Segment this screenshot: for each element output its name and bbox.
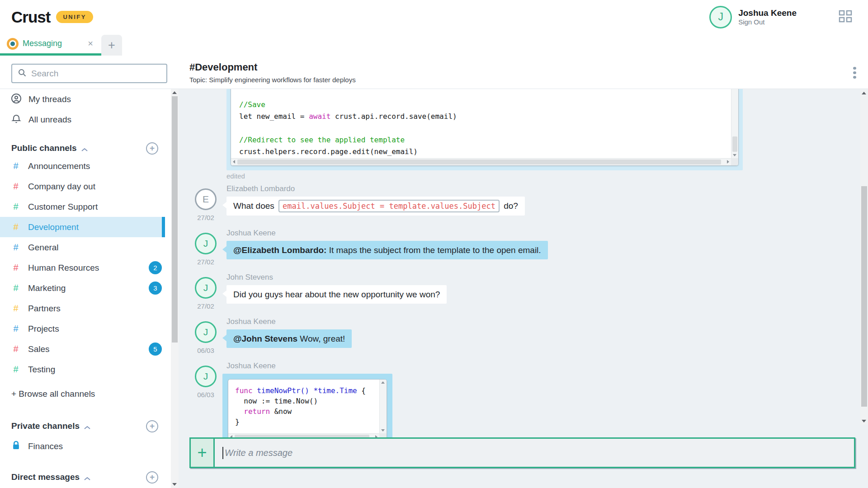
sidebar-channel-sales[interactable]: # Sales 5 <box>0 339 165 359</box>
scroll-right-arrow[interactable] <box>375 435 377 437</box>
code-block: func timeNowPtr() *time.Time { now := ti… <box>228 379 387 437</box>
user-avatar[interactable]: J <box>709 6 732 28</box>
message-text: Did you guys hear about the new opportun… <box>233 290 440 299</box>
scrollbar-thumb[interactable] <box>861 186 867 407</box>
tab-messaging[interactable]: Messaging × <box>0 34 101 56</box>
scroll-down-arrow[interactable] <box>733 154 736 156</box>
my-threads-label: My threads <box>28 94 71 104</box>
sender-name: Joshua Keene <box>226 317 352 326</box>
sidebar-channel-partners[interactable]: # Partners <box>0 298 165 319</box>
message-time: 27/02 <box>197 302 214 310</box>
scrollbar-thumb[interactable] <box>237 160 721 164</box>
message-text: It maps the subject from the template to… <box>326 245 541 255</box>
add-private-channel-button[interactable] <box>146 420 158 432</box>
code-token: { <box>357 386 366 395</box>
chat-header: #Development Topic: Simplify engineering… <box>179 56 868 89</box>
chevron-up-icon <box>84 422 91 432</box>
code-token: crust.api.record.save(email) <box>330 112 457 121</box>
apps-grid-icon[interactable] <box>838 9 853 25</box>
scroll-left-arrow[interactable] <box>230 435 232 437</box>
top-bar: Crust UNIFY J Joshua Keene Sign Out <box>0 0 868 34</box>
edited-label: edited <box>226 172 743 180</box>
scrollbar-thumb[interactable] <box>235 435 369 437</box>
avatar-column <box>189 89 222 180</box>
user-menu[interactable]: J Joshua Keene Sign Out <box>709 6 797 28</box>
all-unreads-label: All unreads <box>28 115 71 125</box>
code-token: timeNowPtr() *time.Time <box>257 386 357 395</box>
search-box[interactable] <box>11 64 167 83</box>
sidebar-channel-development[interactable]: # Development <box>0 217 165 237</box>
message-bubble: What does email.values.Subject = templat… <box>226 197 525 216</box>
code-token: func <box>235 386 253 395</box>
sidebar-scrollbar[interactable] <box>171 89 179 488</box>
hash-icon: # <box>11 202 20 212</box>
message: E 27/02 Elizabeth Lombardo What does ema… <box>189 184 868 221</box>
add-public-channel-button[interactable] <box>146 142 158 155</box>
sidebar-channel-general[interactable]: # General <box>0 237 165 258</box>
channel-label: Marketing <box>28 283 66 293</box>
hash-icon: # <box>11 242 20 253</box>
scroll-up-arrow[interactable] <box>172 91 177 94</box>
code-token <box>253 386 257 395</box>
avatar-column: J 06/03 <box>189 361 222 437</box>
scrollbar-thumb[interactable] <box>732 136 737 152</box>
code-token: &now <box>270 407 292 416</box>
chevron-up-icon <box>81 144 88 154</box>
channel-label: Finances <box>28 441 63 451</box>
sidebar-channel-human-resources[interactable]: # Human Resources 2 <box>0 258 165 278</box>
direct-messages-label: Direct messages <box>11 472 80 482</box>
mention: @John Stevens <box>233 334 297 343</box>
message-list: //Save let new_email = await crust.api.r… <box>179 89 868 437</box>
browse-all-channels-link[interactable]: + Browse all channels <box>0 384 179 404</box>
channel-menu-icon[interactable] <box>852 66 857 80</box>
new-tab-button[interactable]: + <box>101 35 122 56</box>
tab-close-icon[interactable]: × <box>86 38 95 49</box>
hash-icon: # <box>11 303 20 314</box>
scroll-up-arrow[interactable] <box>862 92 866 94</box>
search-icon <box>18 68 27 79</box>
sender-avatar: J <box>195 321 217 343</box>
scrollbar-thumb[interactable] <box>172 96 178 343</box>
attach-plus-button[interactable]: + <box>191 439 215 467</box>
scroll-down-arrow[interactable] <box>381 429 385 432</box>
message-text: Wow, great! <box>297 334 345 343</box>
code-horizontal-scrollbar[interactable] <box>231 158 731 165</box>
sidebar-channel-testing[interactable]: # Testing <box>0 359 165 380</box>
code-vertical-scrollbar[interactable] <box>379 380 387 433</box>
code-token: let new_email = <box>239 112 309 121</box>
add-direct-message-button[interactable] <box>146 471 158 483</box>
scroll-up-arrow[interactable] <box>381 381 385 384</box>
sidebar-channel-customer-support[interactable]: # Customer Support <box>0 197 165 217</box>
sign-out-link[interactable]: Sign Out <box>738 18 797 26</box>
code-horizontal-scrollbar[interactable] <box>228 433 379 437</box>
channel-label: Sales <box>28 344 50 354</box>
code-vertical-scrollbar[interactable] <box>731 89 738 158</box>
chevron-up-icon <box>84 473 91 483</box>
all-unreads-icon <box>11 113 22 127</box>
message: J 06/03 Joshua Keene func timeNowPtr() *… <box>189 361 868 437</box>
sender-avatar: J <box>195 233 217 254</box>
chat-scrollbar[interactable] <box>860 89 868 425</box>
lock-icon <box>11 441 20 452</box>
message-time: 06/03 <box>197 391 214 399</box>
unread-badge: 3 <box>149 282 162 295</box>
search-input[interactable] <box>31 69 161 79</box>
scroll-down-arrow[interactable] <box>172 483 177 486</box>
sidebar-channel-announcements[interactable]: # Announcements <box>0 156 165 176</box>
scroll-left-arrow[interactable] <box>233 160 235 164</box>
private-channels-header[interactable]: Private channels <box>0 418 179 434</box>
sidebar-channel-projects[interactable]: # Projects <box>0 319 165 339</box>
sidebar-channel-company-day-out[interactable]: # Company day out <box>0 176 165 197</box>
sidebar-channel-marketing[interactable]: # Marketing 3 <box>0 278 165 298</box>
sidebar-channel-finances[interactable]: Finances <box>0 436 165 456</box>
code-token: //Redirect to see the applied template <box>239 136 405 144</box>
direct-messages-header[interactable]: Direct messages <box>0 469 179 485</box>
message-input[interactable]: Write a message <box>215 439 854 467</box>
channel-topic: Topic: Simplify engineering workflows fo… <box>189 76 857 84</box>
scroll-down-arrow[interactable] <box>862 420 866 422</box>
public-channels-header[interactable]: Public channels <box>0 141 179 156</box>
channel-label: General <box>28 243 59 253</box>
sidebar-item-my-threads[interactable]: My threads <box>0 89 179 109</box>
scroll-right-arrow[interactable] <box>727 160 729 164</box>
sidebar-item-all-unreads[interactable]: All unreads <box>0 110 179 130</box>
